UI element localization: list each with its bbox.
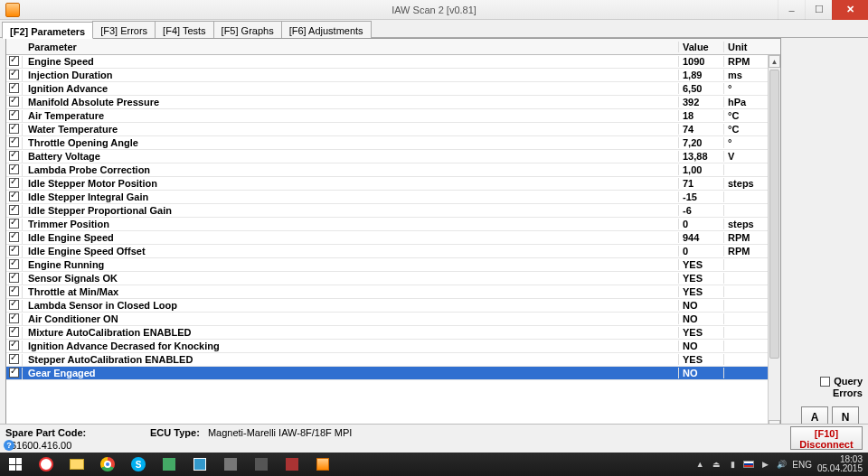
close-button[interactable]: ✕	[832, 0, 868, 20]
table-row[interactable]: Manifold Absolute Pressure392hPa	[6, 96, 768, 109]
table-row[interactable]: Idle Engine Speed Offset0RPM	[6, 245, 768, 258]
table-row[interactable]: Mixture AutoCalibration ENABLEDYES	[6, 326, 768, 340]
param-value: NO	[679, 313, 724, 324]
table-row[interactable]: Engine Speed1090RPM	[6, 55, 768, 69]
table-row[interactable]: Idle Engine Speed944RPM	[6, 231, 768, 245]
param-name: Throttle Opening Angle	[23, 137, 679, 148]
row-checkbox[interactable]	[9, 286, 19, 296]
param-name: Idle Engine Speed	[23, 232, 679, 243]
tray-flag-icon[interactable]	[743, 461, 754, 468]
tab-adjustments[interactable]: [F6] Adjustments	[281, 21, 372, 38]
table-row[interactable]: Idle Stepper Motor Position71steps	[6, 177, 768, 191]
row-checkbox[interactable]	[9, 259, 19, 269]
taskbar-app-generic3[interactable]	[215, 453, 246, 476]
row-checkbox[interactable]	[9, 354, 19, 364]
taskbar-app-generic2[interactable]	[184, 453, 215, 476]
row-checkbox[interactable]	[9, 97, 19, 107]
table-row[interactable]: Ignition Advance Decrased for KnockingNO	[6, 340, 768, 353]
table-row[interactable]: Lambda Sensor in Closed LoopNO	[6, 299, 768, 313]
tab-graphs[interactable]: [F5] Graphs	[213, 21, 282, 38]
col-value[interactable]: Value	[679, 42, 724, 52]
row-checkbox[interactable]	[9, 219, 19, 229]
table-row[interactable]: Air Conditioner ONNO	[6, 313, 768, 326]
table-row[interactable]: Throttle Opening Angle7,20°	[6, 136, 768, 150]
table-row[interactable]: Air Temperature18°C	[6, 109, 768, 123]
row-checkbox[interactable]	[9, 178, 19, 188]
table-row[interactable]: Gear EngagedNO	[6, 367, 768, 380]
scroll-thumb[interactable]	[769, 70, 779, 359]
row-checkbox[interactable]	[9, 56, 19, 66]
tray-network-icon[interactable]: ▶	[760, 459, 770, 470]
scroll-up-icon[interactable]: ▲	[769, 55, 780, 68]
help-icon[interactable]: ?	[4, 440, 14, 451]
row-checkbox[interactable]	[9, 273, 19, 283]
row-checkbox[interactable]	[9, 246, 19, 256]
table-row[interactable]: Engine RunningYES	[6, 258, 768, 272]
row-checkbox[interactable]	[9, 205, 19, 215]
tab-tests[interactable]: [F4] Tests	[155, 21, 213, 38]
tray-language[interactable]: ENG	[792, 460, 812, 470]
table-row[interactable]: Water Temperature74°C	[6, 123, 768, 136]
table-row[interactable]: Idle Stepper Proportional Gain-6	[6, 204, 768, 218]
param-name: Sensor Signals OK	[23, 273, 679, 284]
ecu-type-label: ECU Type:	[150, 427, 200, 438]
table-row[interactable]: Sensor Signals OKYES	[6, 272, 768, 285]
row-checkbox[interactable]	[9, 341, 19, 350]
start-button[interactable]	[0, 453, 31, 476]
taskbar-app-generic5[interactable]	[277, 453, 307, 476]
row-checkbox[interactable]	[9, 313, 19, 323]
table-row[interactable]: Lambda Probe Correction1,00	[6, 163, 768, 177]
param-name: Ignition Advance Decrased for Knocking	[23, 341, 679, 351]
taskbar-app-yandex[interactable]	[31, 453, 61, 476]
table-row[interactable]: Throttle at Min/MaxYES	[6, 285, 768, 299]
tab-errors[interactable]: [F3] Errors	[92, 21, 156, 38]
taskbar-app-generic1[interactable]	[154, 453, 184, 476]
minimize-button[interactable]: –	[778, 0, 805, 20]
tray-battery-icon[interactable]: ▮	[727, 459, 738, 470]
taskbar-app-skype[interactable]: S	[123, 453, 154, 476]
param-name: Battery Voltage	[23, 151, 679, 162]
taskbar-app-generic4[interactable]	[246, 453, 277, 476]
table-row[interactable]: Injection Duration1,89ms	[6, 69, 768, 82]
taskbar-app-chrome[interactable]	[92, 453, 123, 476]
taskbar-app-explorer[interactable]	[61, 453, 92, 476]
query-errors-checkbox[interactable]	[820, 377, 830, 387]
table-row[interactable]: Ignition Advance6,50°	[6, 82, 768, 96]
row-checkbox[interactable]	[9, 83, 19, 93]
row-checkbox[interactable]	[9, 124, 19, 134]
tray-up-icon[interactable]: ▲	[694, 459, 705, 470]
param-unit: °	[724, 83, 768, 94]
row-checkbox[interactable]	[9, 151, 19, 161]
param-value: NO	[679, 341, 724, 351]
param-name: Air Temperature	[23, 110, 679, 121]
ecu-type-value: Magneti-Marelli IAW-8F/18F MPI	[208, 427, 353, 438]
table-row[interactable]: Trimmer Position0steps	[6, 218, 768, 231]
vertical-scrollbar[interactable]: ▲ ▼	[768, 55, 780, 433]
row-checkbox[interactable]	[9, 164, 19, 174]
table-row[interactable]: Stepper AutoCalibration ENABLEDYES	[6, 353, 768, 367]
tray-volume-icon[interactable]: 🔊	[776, 459, 787, 470]
row-checkbox[interactable]	[9, 110, 19, 120]
row-checkbox[interactable]	[9, 232, 19, 242]
param-value: 7,20	[679, 137, 724, 148]
row-checkbox[interactable]	[9, 327, 19, 337]
param-name: Idle Stepper Motor Position	[23, 178, 679, 189]
param-unit: °	[724, 137, 768, 148]
row-checkbox[interactable]	[9, 137, 19, 147]
maximize-button[interactable]: ☐	[805, 0, 832, 20]
row-checkbox[interactable]	[9, 368, 19, 378]
row-checkbox[interactable]	[9, 300, 19, 310]
disconnect-button[interactable]: [F10] Disconnect	[790, 426, 863, 450]
tray-clock[interactable]: 18:03 05.04.2015	[817, 455, 863, 473]
disconnect-hotkey: [F10]	[791, 428, 862, 439]
row-checkbox[interactable]	[9, 191, 19, 201]
tray-safely-remove-icon[interactable]: ⏏	[711, 459, 722, 470]
taskbar-app-iawscan[interactable]	[307, 453, 338, 476]
col-parameter[interactable]: Parameter	[23, 42, 679, 52]
tab-parameters[interactable]: [F2] Parameters	[2, 22, 93, 39]
col-unit[interactable]: Unit	[724, 42, 768, 52]
table-row[interactable]: Battery Voltage13,88V	[6, 150, 768, 163]
row-checkbox[interactable]	[9, 70, 19, 79]
param-value: 0	[679, 219, 724, 229]
table-row[interactable]: Idle Stepper Integral Gain-15	[6, 191, 768, 204]
